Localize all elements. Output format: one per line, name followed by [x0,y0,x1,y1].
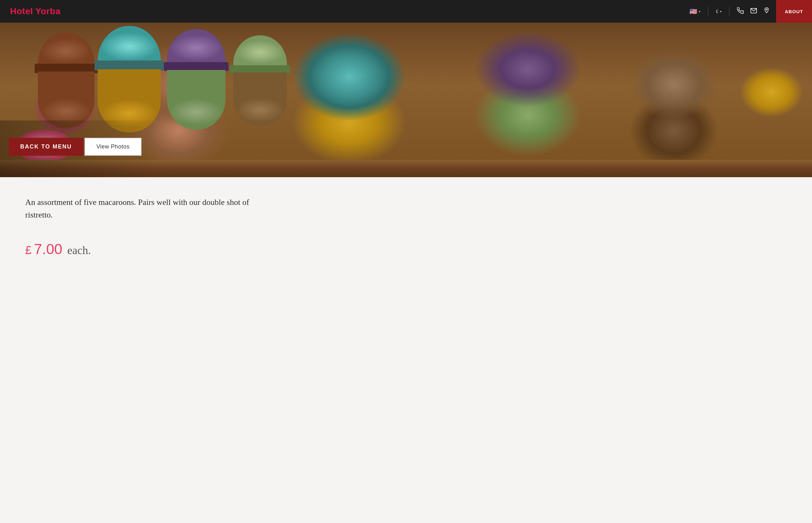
language-selector[interactable]: 🇺🇸 ▾ [689,7,700,15]
price-label: each. [68,244,91,257]
language-chevron: ▾ [699,10,700,13]
nav-divider-2 [729,6,730,16]
flag-icon: 🇺🇸 [689,7,697,15]
price-currency: £ [25,244,32,257]
currency-chevron: ▾ [720,10,722,13]
hero-image: BACK TO MENU View Photos [0,23,812,177]
svg-point-1 [766,8,767,10]
currency-symbol: £ [716,9,718,14]
view-photos-button[interactable]: View Photos [85,138,142,156]
hero-section: BACK TO MENU View Photos [0,23,812,177]
email-icon[interactable] [750,7,757,16]
phone-icon[interactable] [737,7,744,16]
nav-right: 🇺🇸 ▾ £ ▾ [689,0,802,23]
about-button[interactable]: ABOUT [776,0,812,23]
content-section: An assortment of five macaroons. Pairs w… [0,177,284,283]
price-line: £ 7.00 each. [25,240,258,257]
currency-selector[interactable]: £ ▾ [716,9,722,14]
hero-buttons: BACK TO MENU View Photos [9,138,142,156]
site-logo[interactable]: Hotel Yorba [10,6,60,16]
item-description: An assortment of five macaroons. Pairs w… [25,196,258,222]
back-to-menu-button[interactable]: BACK TO MENU [9,138,83,156]
price-amount: 7.00 [34,240,62,257]
location-icon[interactable] [763,7,770,16]
site-header: Hotel Yorba 🇺🇸 ▾ £ ▾ [0,0,812,23]
